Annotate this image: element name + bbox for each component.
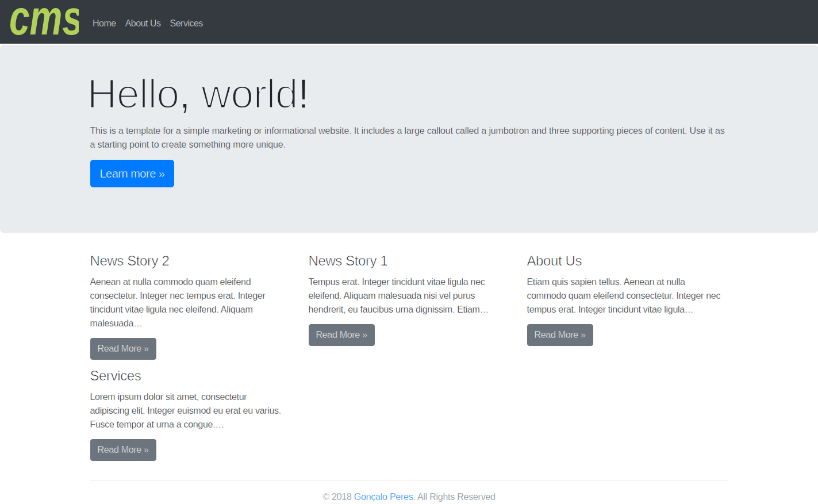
svg-text:cms: cms <box>9 0 79 44</box>
